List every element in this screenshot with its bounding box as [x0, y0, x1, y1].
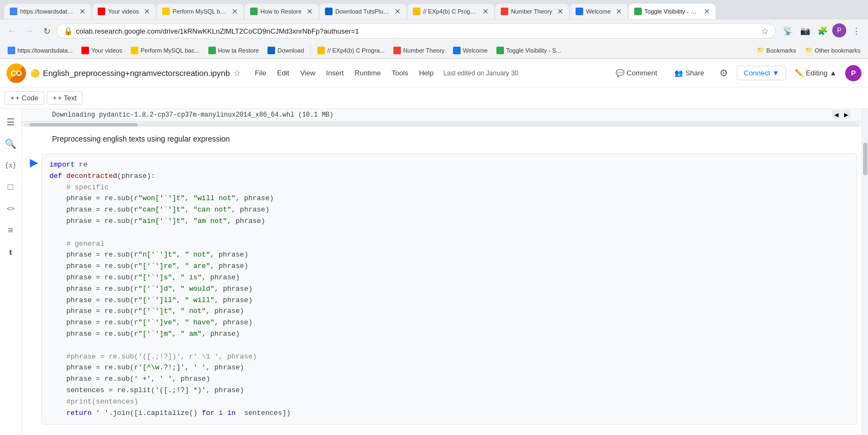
- menu-help[interactable]: Help: [413, 67, 439, 79]
- other-bookmarks[interactable]: 📁 Other bookmarks: [802, 46, 864, 55]
- star-icon[interactable]: ☆: [761, 26, 769, 36]
- tab-close-icon[interactable]: ✕: [482, 8, 489, 15]
- bookmark-togglevis[interactable]: Toggle Visibility - S...: [493, 46, 564, 55]
- scroll-left-button[interactable]: ◀: [832, 110, 841, 119]
- tab-close-icon[interactable]: ✕: [79, 8, 86, 15]
- cast-button[interactable]: 📡: [780, 23, 795, 39]
- user-avatar[interactable]: P: [845, 65, 861, 81]
- text-cell-2: Lemmetization of preprocessed text using…: [22, 427, 861, 435]
- bookmark-mysql[interactable]: Perform MySQL bac...: [127, 46, 202, 55]
- bookmark-numtheory[interactable]: Number Theory: [390, 46, 448, 55]
- run-button[interactable]: ▶: [26, 155, 41, 170]
- share-label: Share: [685, 69, 704, 77]
- forward-button[interactable]: →: [22, 23, 37, 39]
- menu-file[interactable]: File: [250, 67, 272, 79]
- h-scroll-thumb[interactable]: [29, 123, 138, 126]
- header-right: 💬 Comment 👥 Share ⚙ Connect ▼ ✏️ Editing…: [609, 65, 861, 82]
- tab-close-icon[interactable]: ✕: [232, 8, 238, 15]
- sidebar-icon-code[interactable]: <>: [2, 200, 20, 218]
- editing-button[interactable]: ✏️ Editing ▲: [790, 67, 841, 79]
- h-scrollbar[interactable]: [22, 121, 861, 127]
- scroll-right-button[interactable]: ▶: [842, 110, 851, 119]
- tab-towardsdata[interactable]: https://towardsdata... ✕: [4, 4, 91, 19]
- menu-button[interactable]: ⋮: [848, 23, 864, 39]
- colab-app: CO 🟡 English_preprocessing+ngramvectorsc…: [0, 59, 868, 435]
- tab-restore[interactable]: How to Restore ✕: [245, 4, 318, 19]
- tab-yourvideos[interactable]: Your videos ✕: [92, 4, 156, 19]
- address-bar[interactable]: 🔒 colab.research.google.com/drive/1kRNwK…: [56, 23, 776, 39]
- text-label: + Text: [58, 94, 76, 102]
- bookmark-towardsdata[interactable]: https://towardsdata...: [4, 46, 76, 55]
- sidebar-icon-upload[interactable]: ⬆: [2, 244, 20, 261]
- bookmark-cprogram[interactable]: // EXp4(b) C Progra...: [314, 46, 388, 55]
- menu-insert[interactable]: Insert: [321, 67, 349, 79]
- tab-close-icon[interactable]: ✕: [394, 8, 401, 15]
- tab-label: Perform MySQL bac...: [173, 8, 227, 15]
- bookmark-favicon: [208, 47, 216, 54]
- notebook-content[interactable]: Downloading pydantic-1.8.2-cp37-cp37m-ma…: [22, 109, 861, 435]
- add-code-button[interactable]: + + Code: [4, 91, 44, 105]
- sidebar-icon-variables[interactable]: {x}: [2, 157, 20, 174]
- tab-download[interactable]: Download TutsPlus... ✕: [320, 4, 406, 19]
- sidebar-icon-outline[interactable]: ≡: [2, 222, 20, 239]
- comment-button[interactable]: 💬 Comment: [609, 66, 663, 80]
- connect-button[interactable]: Connect ▼: [737, 66, 786, 80]
- tab-close-icon[interactable]: ✕: [307, 8, 313, 15]
- settings-button[interactable]: ⚙: [715, 65, 732, 82]
- sidebar-icon-search[interactable]: 🔍: [2, 135, 20, 152]
- tab-favicon: [501, 8, 508, 15]
- tab-label: Download TutsPlus...: [335, 8, 390, 15]
- menu-edit[interactable]: Edit: [272, 67, 295, 79]
- bookmark-download[interactable]: Download: [264, 46, 307, 55]
- tab-label: How to Restore: [260, 8, 302, 15]
- tab-close-icon[interactable]: ✕: [616, 8, 622, 15]
- address-text: colab.research.google.com/drive/1kRNwKKL…: [76, 27, 758, 35]
- reload-button[interactable]: ↻: [39, 23, 54, 39]
- menu-runtime[interactable]: Runtime: [349, 67, 386, 79]
- scrollbar-thumb[interactable]: [863, 143, 867, 175]
- tab-close-icon[interactable]: ✕: [704, 8, 710, 15]
- tab-label: Toggle Visibility - S...: [644, 8, 699, 15]
- profile-button[interactable]: P: [832, 23, 846, 37]
- bookmark-favicon: [8, 47, 15, 54]
- tab-cprogram[interactable]: // EXp4(b) C Progra... ✕: [407, 4, 494, 19]
- tab-favicon: [325, 8, 333, 15]
- share-button[interactable]: 👥 Share: [668, 66, 711, 80]
- bookmarks-bar: https://towardsdata... Your videos Perfo…: [0, 42, 868, 59]
- bookmark-folder[interactable]: 📁 Bookmarks: [754, 46, 800, 55]
- bookmark-yourvideos[interactable]: Your videos: [78, 46, 125, 55]
- bookmark-favicon: [131, 47, 138, 54]
- sidebar-icon-files[interactable]: □: [2, 178, 20, 196]
- colab-logo: CO: [7, 63, 26, 83]
- tab-active[interactable]: Toggle Visibility - S... ✕: [629, 4, 716, 19]
- code-cell-1: ▶ import re def decontracted(phrase): # …: [22, 151, 861, 427]
- tab-welcome[interactable]: Welcome ✕: [570, 4, 628, 19]
- dropdown-icon: ▼: [773, 69, 780, 77]
- share-icon: 👥: [674, 69, 683, 77]
- browser-tabs: https://towardsdata... ✕ Your videos ✕ P…: [0, 0, 868, 20]
- colab-header: CO 🟡 English_preprocessing+ngramvectorsc…: [0, 59, 868, 87]
- bookmark-label: Download: [277, 47, 304, 54]
- notebook-file-icon: 🟡: [30, 69, 40, 78]
- right-scrollbar[interactable]: [861, 109, 868, 435]
- tab-favicon: [576, 8, 583, 15]
- tab-mysql[interactable]: Perform MySQL bac... ✕: [157, 4, 244, 19]
- code-editor[interactable]: import re def decontracted(phrase): # sp…: [41, 153, 857, 425]
- back-button[interactable]: ←: [4, 23, 20, 39]
- bookmark-welcome[interactable]: Welcome: [450, 46, 491, 55]
- plus-icon: +: [53, 94, 57, 102]
- add-text-button[interactable]: + + Text: [47, 91, 82, 105]
- sidebar-icon-menu[interactable]: ☰: [2, 113, 20, 131]
- browser-nav: ← → ↻ 🔒 colab.research.google.com/drive/…: [0, 20, 868, 42]
- menu-view[interactable]: View: [295, 67, 321, 79]
- screenshot-button[interactable]: 📷: [797, 23, 813, 39]
- extensions-button[interactable]: 🧩: [815, 23, 830, 39]
- bookmark-restore[interactable]: How ta Restore: [205, 46, 263, 55]
- bookmark-label: Other bookmarks: [815, 47, 860, 54]
- menu-tools[interactable]: Tools: [386, 67, 413, 79]
- tab-close-icon[interactable]: ✕: [144, 8, 150, 15]
- star-button[interactable]: ☆: [233, 68, 241, 78]
- notebook-title[interactable]: English_preprocessing+ngramvectorscreati…: [43, 68, 230, 78]
- tab-numtheory[interactable]: Number Theory ✕: [495, 4, 569, 19]
- tab-close-icon[interactable]: ✕: [557, 8, 564, 15]
